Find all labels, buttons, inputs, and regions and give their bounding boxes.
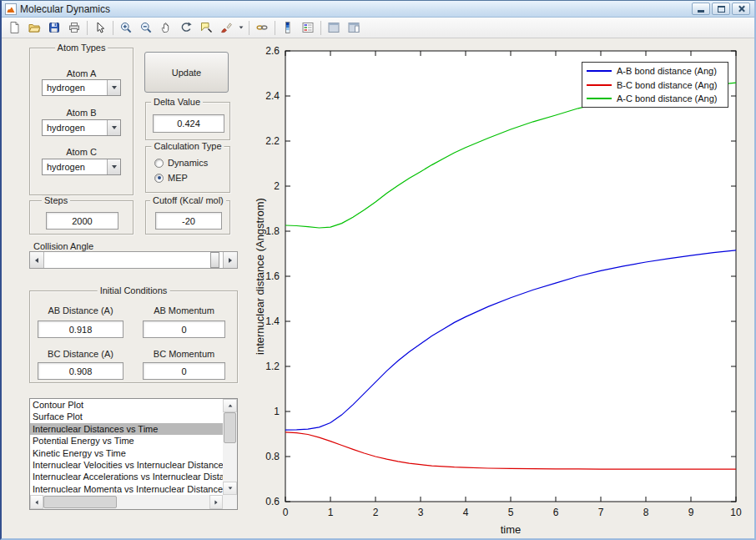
toolbar-separator — [87, 21, 88, 35]
save-figure-button[interactable] — [44, 18, 64, 37]
data-cursor-button[interactable] — [196, 18, 216, 37]
toolbar-separator — [320, 21, 321, 35]
print-figure-icon — [68, 21, 81, 34]
window-controls — [692, 3, 752, 15]
legend-label: B-C bond distance (Ang) — [617, 80, 717, 90]
show-plot-tools-button[interactable] — [344, 18, 364, 37]
steps-input[interactable] — [46, 212, 118, 230]
pan-button[interactable] — [156, 18, 176, 37]
atom-c-dropdown-value: hydrogen — [43, 159, 107, 174]
slider-right-button[interactable] — [223, 252, 237, 268]
open-file-icon — [28, 21, 41, 34]
scroll-up-button[interactable] — [223, 399, 237, 412]
atom-b-label: Atom B — [30, 108, 133, 119]
atom-a-dropdown-button[interactable] — [107, 80, 120, 95]
insert-colorbar-button[interactable] — [278, 18, 298, 37]
figure-client-area: Atom Types Atom AhydrogenAtom BhydrogenA… — [2, 38, 754, 538]
slider-thumb[interactable] — [210, 252, 219, 268]
plot-list-item[interactable]: Surface Plot — [30, 411, 223, 422]
legend-label: A-C bond distance (Ang) — [617, 93, 717, 103]
ab-momentum-label: AB Momentum — [143, 305, 225, 316]
listbox-vscrollbar[interactable] — [223, 399, 237, 495]
plot-list-item[interactable]: Internuclear Momenta vs Internuclear Dis… — [30, 483, 223, 495]
link-plot-button[interactable] — [252, 18, 272, 37]
plot-area — [285, 51, 736, 502]
minimize-button[interactable] — [692, 3, 710, 15]
insert-legend-button[interactable] — [298, 18, 318, 37]
arrow-left-icon — [35, 258, 38, 263]
hscroll-thumb[interactable] — [43, 496, 117, 508]
radio-dynamics[interactable]: Dynamics — [154, 157, 208, 169]
arrow-right-icon — [214, 500, 217, 504]
new-figure-button[interactable] — [4, 18, 24, 37]
legend-entry: B-C bond distance (Ang) — [582, 78, 728, 93]
collision-angle-label: Collision Angle — [33, 241, 93, 251]
brush-data-button[interactable] — [216, 18, 236, 37]
atom-b-dropdown[interactable]: hydrogen — [42, 119, 121, 136]
arrow-right-icon — [229, 258, 232, 263]
x-tick-label: 6 — [553, 507, 559, 518]
atom-c-label: Atom C — [30, 147, 133, 158]
vscroll-thumb[interactable] — [224, 412, 236, 443]
atom-c-dropdown[interactable]: hydrogen — [42, 159, 121, 175]
ab-distance-a-input[interactable] — [38, 320, 123, 338]
atom-a-dropdown[interactable]: hydrogen — [42, 79, 121, 96]
scroll-left-button[interactable] — [30, 495, 43, 509]
rotate-3d-icon — [179, 21, 193, 34]
cutoff-input[interactable] — [155, 212, 222, 230]
close-button[interactable] — [732, 3, 750, 15]
rotate-3d-button[interactable] — [176, 18, 196, 37]
collision-angle-slider[interactable] — [29, 251, 238, 269]
figure-toolbar — [2, 18, 754, 38]
maximize-icon — [718, 6, 725, 13]
y-axis-label: internuclear distance (Angstrom) — [254, 51, 267, 502]
brush-dropdown-button[interactable] — [236, 18, 246, 37]
x-tick-label: 9 — [688, 507, 694, 518]
edit-plot-button[interactable] — [90, 18, 110, 37]
save-figure-icon — [48, 21, 61, 34]
open-file-button[interactable] — [24, 18, 44, 37]
calculation-type-panel: Calculation Type DynamicsMEP — [145, 146, 230, 193]
legend-label: A-B bond distance (Ang) — [617, 66, 717, 76]
initial-conditions-panel: Initial Conditions AB Distance (A)AB Mom… — [29, 290, 238, 383]
delta-value-input[interactable] — [153, 114, 224, 133]
plot-list-item[interactable]: Internuclear Velocities vs Internuclear … — [30, 459, 223, 471]
plot-list-item[interactable]: Internuclear Distances vs Time — [30, 423, 223, 435]
x-tick-label: 2 — [373, 507, 379, 518]
titlebar[interactable]: Molecular Dynamics — [2, 1, 754, 18]
steps-panel-title: Steps — [42, 195, 70, 206]
plot-type-listbox: Contour PlotSurface PlotInternuclear Dis… — [29, 398, 238, 510]
zoom-out-button[interactable] — [136, 18, 156, 37]
maximize-button[interactable] — [712, 3, 730, 15]
x-tick-label: 0 — [283, 507, 289, 518]
update-button[interactable]: Update — [144, 52, 229, 93]
plot-legend[interactable]: A-B bond distance (Ang)B-C bond distance… — [582, 62, 728, 108]
plot-list-item[interactable]: Potential Energy vs Time — [30, 435, 223, 447]
hide-plot-tools-button[interactable] — [324, 18, 344, 37]
minimize-icon — [698, 10, 704, 13]
ab-momentum-input[interactable] — [143, 320, 225, 338]
print-figure-button[interactable] — [64, 18, 84, 37]
listbox-hscrollbar[interactable] — [30, 495, 223, 509]
atom-c-dropdown-button[interactable] — [107, 159, 120, 174]
plot-list-item[interactable]: Contour Plot — [30, 399, 223, 411]
zoom-in-button[interactable] — [116, 18, 136, 37]
scroll-right-button[interactable] — [209, 495, 223, 509]
bc-distance-a-input[interactable] — [38, 362, 123, 380]
link-plot-icon — [255, 21, 269, 34]
insert-legend-icon — [301, 21, 315, 34]
legend-entry: A-B bond distance (Ang) — [582, 64, 728, 78]
x-tick-label: 8 — [643, 507, 649, 518]
slider-left-button[interactable] — [30, 252, 44, 268]
bc-momentum-input[interactable] — [143, 362, 225, 380]
pan-icon — [159, 21, 173, 34]
insert-colorbar-icon — [281, 21, 295, 34]
radio-mep[interactable]: MEP — [154, 172, 188, 184]
plot-list-item[interactable]: Internuclear Accelerations vs Internucle… — [30, 471, 223, 482]
atom-b-dropdown-value: hydrogen — [43, 120, 107, 135]
plot-list-item[interactable]: Kinetic Energy vs Time — [30, 447, 223, 459]
y-tick-label: 1.4 — [265, 315, 280, 327]
x-tick-label: 1 — [328, 507, 334, 518]
scroll-down-button[interactable] — [223, 482, 237, 495]
atom-b-dropdown-button[interactable] — [107, 120, 120, 135]
